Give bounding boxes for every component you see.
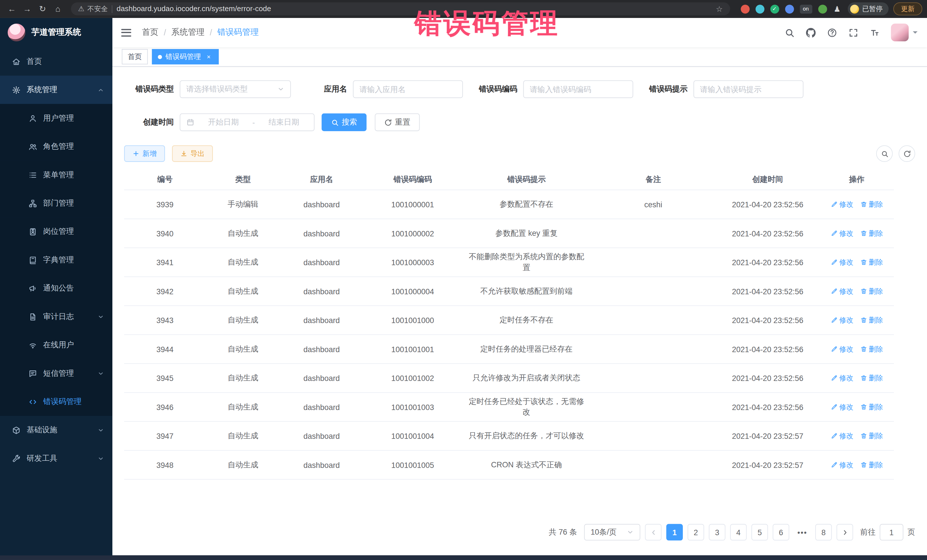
github-icon[interactable] bbox=[806, 27, 816, 37]
browser-reload-button[interactable]: ↻ bbox=[35, 2, 50, 16]
date-range-picker[interactable]: 开始日期 - 结束日期 bbox=[180, 114, 315, 131]
bookmark-star-icon[interactable]: ☆ bbox=[716, 5, 723, 14]
edit-link[interactable]: 修改 bbox=[830, 257, 853, 267]
address-bar[interactable]: ⚠ 不安全 dashboard.yudao.iocoder.cn/system/… bbox=[71, 2, 730, 15]
teal-extension-icon[interactable] bbox=[755, 5, 764, 14]
tab[interactable]: 错误码管理 × bbox=[152, 49, 219, 64]
sidebar-item[interactable]: 系统管理 bbox=[0, 76, 112, 104]
sidebar-item[interactable]: 在线用户 bbox=[0, 331, 112, 359]
green-extension-icon[interactable] bbox=[818, 5, 827, 14]
edit-link[interactable]: 修改 bbox=[830, 373, 853, 383]
export-button[interactable]: 导出 bbox=[172, 146, 213, 162]
goto-suffix: 页 bbox=[907, 527, 915, 537]
delete-link[interactable]: 删除 bbox=[860, 402, 883, 412]
prev-page-button[interactable] bbox=[645, 524, 661, 540]
error-code-input[interactable] bbox=[523, 80, 633, 98]
table-row: 3940 自动生成 dashboard 1001000002 参数配置 key … bbox=[124, 219, 894, 248]
search-button[interactable]: 搜索 bbox=[322, 114, 367, 131]
sidebar-toggle-button[interactable] bbox=[121, 29, 131, 36]
page-button[interactable]: 2 bbox=[688, 524, 704, 540]
security-warning[interactable]: ⚠ 不安全 bbox=[78, 5, 108, 14]
sidebar-item[interactable]: 角色管理 bbox=[0, 132, 112, 161]
delete-link[interactable]: 删除 bbox=[860, 431, 883, 441]
sidebar-item[interactable]: 错误码管理 bbox=[0, 387, 112, 416]
breadcrumb-item[interactable]: / 错误码管理 bbox=[205, 27, 259, 38]
browser-update-button[interactable]: 更新 bbox=[894, 2, 922, 15]
user-avatar-menu[interactable] bbox=[891, 24, 918, 41]
sidebar-item[interactable]: 用户管理 bbox=[0, 104, 112, 132]
edit-link[interactable]: 修改 bbox=[830, 199, 853, 209]
error-hint-input[interactable] bbox=[693, 80, 804, 98]
app-name-input[interactable] bbox=[353, 80, 463, 98]
search-icon[interactable] bbox=[784, 27, 794, 37]
logo[interactable]: 芋道管理系统 bbox=[0, 18, 112, 47]
goto-page-input[interactable] bbox=[880, 524, 903, 540]
fullscreen-icon[interactable] bbox=[848, 27, 858, 37]
font-size-icon[interactable] bbox=[870, 27, 880, 37]
browser-back-button[interactable]: ← bbox=[5, 2, 19, 16]
delete-link[interactable]: 删除 bbox=[860, 344, 883, 354]
browser-home-button[interactable]: ⌂ bbox=[51, 2, 65, 16]
close-icon[interactable]: × bbox=[205, 52, 213, 61]
sidebar-item[interactable]: 菜单管理 bbox=[0, 161, 112, 189]
refresh-table-button[interactable] bbox=[899, 146, 915, 162]
edit-link-label: 修改 bbox=[839, 257, 853, 267]
start-date-placeholder[interactable]: 开始日期 bbox=[199, 117, 248, 127]
question-icon[interactable] bbox=[827, 27, 837, 37]
edit-link[interactable]: 修改 bbox=[830, 431, 853, 441]
delete-link-label: 删除 bbox=[869, 373, 883, 383]
page-button[interactable]: 5 bbox=[751, 524, 768, 540]
page-button[interactable]: 4 bbox=[730, 524, 747, 540]
tab[interactable]: 首页 × bbox=[122, 49, 148, 64]
check-extension-icon[interactable]: ✓ bbox=[770, 5, 779, 14]
page-button[interactable]: 6 bbox=[773, 524, 789, 540]
refresh-icon bbox=[384, 118, 392, 126]
page-size-select[interactable]: 10条/页 bbox=[584, 524, 640, 540]
filter-form: 错误码类型 请选择错误码类型 应用名 错误码编码 错误码提示 bbox=[135, 80, 915, 131]
sidebar-item[interactable]: 审计日志 bbox=[0, 302, 112, 331]
sidebar-item[interactable]: 通知公告 bbox=[0, 274, 112, 302]
reset-button[interactable]: 重置 bbox=[375, 114, 420, 131]
edit-link[interactable]: 修改 bbox=[830, 344, 853, 354]
on-badge-extension-icon[interactable]: on bbox=[799, 5, 812, 14]
cell-memo bbox=[591, 335, 716, 363]
sidebar-item[interactable]: 研发工具 bbox=[0, 444, 112, 472]
breadcrumb-item[interactable]: / 首页 bbox=[142, 27, 158, 38]
page-button[interactable]: 3 bbox=[709, 524, 725, 540]
cell-id: 3943 bbox=[124, 306, 206, 334]
toggle-search-button[interactable] bbox=[876, 146, 893, 162]
goto-label: 前往 bbox=[860, 527, 876, 537]
sidebar-item[interactable]: 短信管理 bbox=[0, 359, 112, 387]
end-date-placeholder[interactable]: 结束日期 bbox=[260, 117, 308, 127]
browser-profile-chip[interactable]: 已暂停 bbox=[847, 2, 889, 15]
sidebar-item[interactable]: 部门管理 bbox=[0, 189, 112, 217]
page-button[interactable]: 8 bbox=[815, 524, 832, 540]
delete-link[interactable]: 删除 bbox=[860, 199, 883, 209]
sidebar-item[interactable]: 岗位管理 bbox=[0, 217, 112, 246]
delete-link[interactable]: 删除 bbox=[860, 373, 883, 383]
error-type-select[interactable]: 请选择错误码类型 bbox=[180, 80, 291, 98]
delete-link[interactable]: 删除 bbox=[860, 257, 883, 267]
delete-link[interactable]: 删除 bbox=[860, 286, 883, 296]
sidebar-item[interactable]: 基础设施 bbox=[0, 416, 112, 444]
edit-link[interactable]: 修改 bbox=[830, 228, 853, 238]
edit-link[interactable]: 修改 bbox=[830, 402, 853, 412]
edit-link[interactable]: 修改 bbox=[830, 315, 853, 325]
next-page-button[interactable] bbox=[837, 524, 853, 540]
logo-title: 芋道管理系统 bbox=[31, 27, 81, 38]
delete-link[interactable]: 删除 bbox=[860, 315, 883, 325]
edit-link[interactable]: 修改 bbox=[830, 286, 853, 296]
page-button[interactable]: 1 bbox=[666, 524, 683, 540]
sidebar-item[interactable]: 字典管理 bbox=[0, 246, 112, 274]
page-button[interactable]: ••• bbox=[794, 524, 811, 540]
profile-extension-icon[interactable] bbox=[785, 5, 794, 14]
breadcrumb-item[interactable]: / 系统管理 bbox=[158, 27, 204, 38]
red-extension-icon[interactable] bbox=[740, 5, 749, 14]
browser-forward-button[interactable]: → bbox=[20, 2, 34, 16]
delete-link[interactable]: 删除 bbox=[860, 460, 883, 470]
edit-link[interactable]: 修改 bbox=[830, 460, 853, 470]
pawn-extension-icon[interactable]: ♟ bbox=[833, 5, 842, 14]
delete-link[interactable]: 删除 bbox=[860, 228, 883, 238]
sidebar-item[interactable]: 首页 bbox=[0, 47, 112, 76]
add-button[interactable]: 新增 bbox=[124, 146, 165, 162]
